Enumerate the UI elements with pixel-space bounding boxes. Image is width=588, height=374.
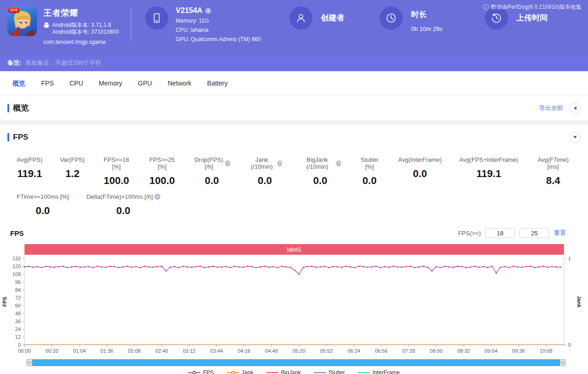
export-all-link[interactable]: 导出全部 (539, 104, 563, 112)
legend-item-jank[interactable]: Jank (227, 369, 253, 374)
fps-threshold-low-input[interactable] (485, 228, 515, 238)
legend-item-interframe[interactable]: InterFrame (358, 369, 400, 374)
svg-text:0: 0 (568, 342, 571, 348)
header-divider (131, 7, 131, 41)
tab-gpu[interactable]: GPU (130, 71, 159, 95)
tab-cpu[interactable]: CPU (61, 71, 91, 95)
stat-label: Avg(FPS+InterFrame) (459, 156, 518, 163)
stat-label: FPS>=18 [%] (102, 156, 130, 170)
fps-stat: Jank (/10min)?0.0 (248, 156, 282, 187)
tab-fps[interactable]: FPS (33, 71, 61, 95)
svg-text:03:44: 03:44 (210, 348, 223, 354)
stat-value: 119.1 (459, 168, 518, 180)
chart-label1-bar[interactable]: label1 (24, 244, 564, 255)
stat-value: 0.0 (194, 175, 230, 187)
help-icon[interactable]: ? (154, 194, 160, 200)
upload-time-label: 上传时间 (516, 12, 548, 23)
duration-icon-circle (380, 6, 403, 30)
fps-stat: Delta(FTime)>100ms [/h]?0.0 (86, 193, 160, 217)
svg-text:36: 36 (15, 319, 21, 324)
svg-text:07:28: 07:28 (402, 348, 415, 354)
device-memory: Memory: 11G (176, 18, 261, 24)
stat-value: 100.0 (102, 175, 130, 187)
svg-text:120: 120 (12, 264, 21, 269)
reset-link[interactable]: 重置 (554, 229, 566, 237)
fps-collapse-button[interactable] (570, 132, 581, 143)
fps-title-text: FPS (13, 133, 28, 142)
stat-value: 119.1 (17, 168, 43, 180)
overview-collapse-button[interactable] (570, 103, 581, 114)
triangle-left-icon (574, 106, 576, 110)
stat-value: 8.4 (536, 175, 570, 187)
svg-text:Jank: Jank (576, 296, 582, 308)
svg-text:09:36: 09:36 (512, 348, 525, 354)
app-info-block: 5V5 王者荣耀 (7, 6, 119, 45)
svg-text:04:16: 04:16 (238, 348, 251, 354)
game-app-icon: 5V5 (7, 6, 37, 36)
svg-text:00:32: 00:32 (46, 348, 59, 354)
fps-stats-row-2: FTime>=100ms [%]0.0Delta(FTime)>100ms [/… (0, 193, 588, 217)
phone-icon (151, 12, 162, 24)
section-tab-bar: 概览FPSCPUMemoryGPUNetworkBattery (0, 71, 588, 95)
fps-card: FPS Avg(FPS)119.1Var(FPS)1.2FPS>=18 [%]1… (0, 124, 588, 374)
app-title: 王者荣耀 (43, 7, 119, 18)
slider-handle-right[interactable] (560, 359, 566, 366)
svg-text:02:08: 02:08 (128, 348, 141, 354)
duration-block: 时长 0h 10m 29s (380, 6, 442, 32)
fps-stat: FPS>=18 [%]100.0 (102, 156, 130, 187)
svg-text:60: 60 (15, 303, 21, 308)
stat-label: BigJank (/10min)? (300, 156, 341, 170)
stat-label: Var(FPS) (60, 156, 85, 163)
svg-text:04:48: 04:48 (265, 348, 278, 354)
help-icon[interactable]: ? (225, 160, 230, 166)
fps-stat: Avg(FPS+InterFrame)119.1 (459, 156, 518, 187)
creator-block: 创建者 (289, 6, 344, 30)
svg-text:12: 12 (15, 334, 21, 340)
svg-text:09:04: 09:04 (485, 348, 498, 354)
tab-battery[interactable]: Battery (199, 71, 235, 95)
remark-input-bar[interactable]: 备注: 添加备注，不超过200个字符 (0, 55, 588, 71)
help-icon[interactable]: ? (336, 160, 341, 166)
stat-value: 0.0 (359, 175, 381, 187)
stat-value: 0.0 (398, 168, 441, 180)
clock-icon (385, 12, 397, 24)
collect-note: i 数据由PerfDog(6.0.210910)版本收集 (483, 3, 582, 11)
device-info-icon[interactable]: i (205, 8, 211, 14)
legend-item-stutter[interactable]: Stutter (314, 369, 345, 374)
overview-title-text: 概览 (13, 103, 29, 113)
chart-legend: FPSJankBigJankStutterInterFrame (0, 369, 588, 374)
chart-range-slider[interactable] (26, 359, 566, 366)
svg-text:132: 132 (12, 256, 21, 261)
slider-track[interactable] (32, 359, 560, 366)
person-icon (295, 12, 307, 24)
legend-item-fps[interactable]: FPS (188, 369, 214, 374)
stat-label: Jank (/10min)? (248, 156, 282, 170)
fps-threshold-label: FPS(>=) (458, 230, 481, 237)
device-info-block: V2154A i Memory: 11G CPU: lahaina GPU: Q… (145, 6, 261, 43)
device-gpu: GPU: Qualcomm Adreno (TM) 660 (176, 36, 261, 43)
help-icon[interactable]: ? (277, 160, 282, 166)
svg-text:108: 108 (12, 271, 21, 277)
fps-stat: Avg(InterFrame)0.0 (398, 156, 441, 187)
tab-概览[interactable]: 概览 (5, 71, 33, 95)
fps-threshold-controls: FPS(>=) 重置 (458, 228, 566, 238)
fps-section-title: FPS (7, 133, 28, 142)
android-version-code: Android版本号: 371010800 (52, 29, 119, 36)
tab-memory[interactable]: Memory (91, 71, 130, 95)
fps-stat: FPS>=25 [%]100.0 (148, 156, 176, 187)
title-accent-bar (7, 133, 9, 141)
android-version-name: Android版本名: 3.71.1.8 (52, 22, 119, 29)
info-icon: i (483, 4, 489, 10)
svg-text:08:00: 08:00 (430, 348, 443, 354)
stat-value: 100.0 (148, 175, 176, 187)
device-model: V2154A (176, 6, 202, 15)
creator-icon-circle (289, 6, 312, 30)
stat-value: 0.0 (300, 175, 341, 187)
slider-handle-left[interactable] (26, 359, 32, 366)
legend-item-bigjank[interactable]: BigJank (266, 369, 301, 374)
fps-threshold-high-input[interactable] (520, 228, 549, 238)
android-icon (43, 22, 49, 29)
fps-stat: Avg(FPS)119.1 (17, 156, 43, 187)
svg-text:01:36: 01:36 (100, 348, 113, 354)
tab-network[interactable]: Network (160, 71, 199, 95)
